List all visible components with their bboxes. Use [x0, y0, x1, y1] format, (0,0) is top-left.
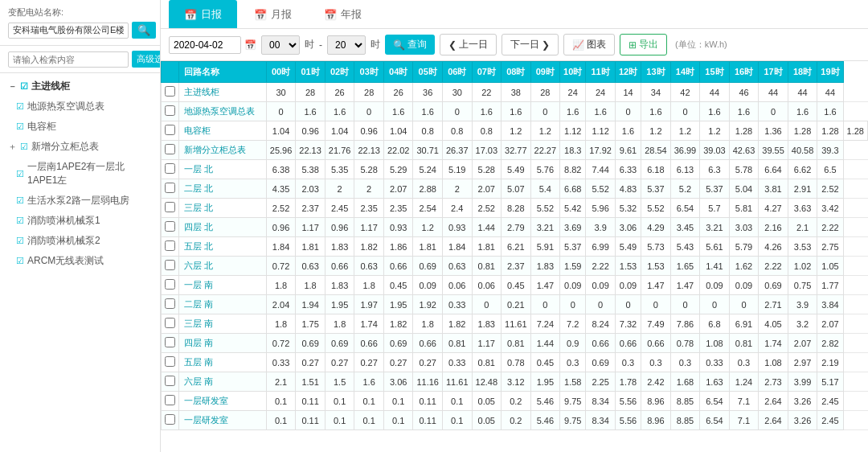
chart-button[interactable]: 📈 图表 — [563, 34, 615, 55]
cell-15-10: 1.58 — [560, 372, 586, 392]
cell-2-18: 1.28 — [788, 121, 817, 141]
cell-12-11: 8.24 — [586, 314, 616, 334]
advanced-filter-button[interactable]: 高级选择 — [132, 51, 161, 68]
row-checkbox[interactable] — [165, 240, 175, 251]
1f-ape-label: 一层南1APE2有一层北1APE1左 — [27, 160, 152, 187]
cell-9-9: 1.83 — [530, 257, 560, 276]
row-name: 五层 南 — [179, 353, 267, 372]
cell-12-0: 1.8 — [266, 314, 296, 334]
cell-0-9: 28 — [530, 83, 560, 102]
chart-icon: 📈 — [572, 39, 584, 51]
prev-day-button[interactable]: ❮ 上一日 — [440, 34, 497, 55]
header-hour-18时: 18时 — [788, 62, 817, 83]
cell-15-17: 2.73 — [759, 372, 788, 392]
header-hour-04时: 04时 — [383, 62, 413, 83]
row-checkbox[interactable] — [165, 202, 175, 212]
cell-9-0: 0.72 — [266, 257, 296, 276]
cell-5-3: 2 — [354, 179, 384, 199]
yearly-tab-label: 年报 — [341, 7, 362, 22]
cell-0-5: 36 — [413, 83, 443, 102]
cell-2-4: 1.04 — [383, 121, 413, 141]
sidebar-item-electric[interactable]: ☑ 电容柜 — [0, 117, 160, 137]
sidebar-item-main-line[interactable]: － ☑ 主进线柜 — [0, 76, 160, 97]
cell-15-1: 1.51 — [296, 372, 326, 392]
row-checkbox[interactable] — [165, 298, 175, 309]
sidebar-item-fire-pump-1[interactable]: ☑ 消防喷淋机械泵1 — [0, 211, 160, 231]
cell-17-1: 0.11 — [296, 411, 326, 430]
cell-2-12: 1.6 — [615, 121, 641, 141]
cell-9-19: 1.05 — [817, 257, 843, 276]
row-checkbox[interactable] — [165, 318, 175, 328]
row-checkbox[interactable] — [165, 356, 175, 367]
row-name: 六层 北 — [179, 257, 267, 276]
cell-3-9: 22.27 — [530, 141, 560, 160]
cell-4-8: 5.49 — [502, 160, 531, 179]
query-button[interactable]: 🔍 查询 — [385, 35, 435, 55]
new-sub-label: 新增分立柜总表 — [31, 140, 99, 154]
cell-11-19: 3.84 — [817, 295, 843, 314]
tab-monthly[interactable]: 📅 月报 — [239, 0, 307, 28]
row-checkbox[interactable] — [165, 395, 175, 405]
row-checkbox[interactable] — [165, 183, 175, 193]
row-checkbox[interactable] — [165, 337, 175, 347]
cell-13-14: 0.78 — [670, 334, 700, 353]
cell-11-3: 1.97 — [354, 295, 384, 314]
cell-3-0: 25.96 — [266, 141, 296, 160]
cell-17-4: 0.1 — [383, 411, 413, 430]
sidebar-item-1f-ape[interactable]: ☑ 一层南1APE2有一层北1APE1左 — [0, 157, 160, 191]
header-hour-09时: 09时 — [530, 62, 560, 83]
station-input[interactable] — [8, 23, 129, 39]
cell-11-13: 0 — [641, 295, 671, 314]
cell-15-16: 1.24 — [729, 372, 759, 392]
cell-16-14: 8.85 — [670, 392, 700, 411]
row-checkbox[interactable] — [165, 260, 175, 270]
calendar-icon[interactable]: 📅 — [244, 39, 256, 51]
tab-daily[interactable]: 📅 日报 — [169, 0, 237, 28]
cell-6-17: 4.27 — [759, 199, 788, 218]
row-checkbox-cell — [162, 218, 179, 237]
check-icon: ☑ — [16, 101, 24, 112]
cell-10-19: 1.77 — [817, 276, 843, 295]
row-name: 一层研发室 — [179, 411, 267, 430]
sidebar-item-new-sub[interactable]: ＋ ☑ 新增分立柜总表 — [0, 137, 160, 157]
cell-8-14: 5.43 — [670, 237, 700, 257]
row-checkbox[interactable] — [165, 86, 175, 97]
sidebar-item-ground-heat[interactable]: ☑ 地源热泵空调总表 — [0, 97, 160, 117]
row-checkbox[interactable] — [165, 279, 175, 290]
minute-select[interactable]: 2000153045 — [327, 35, 366, 55]
tab-yearly[interactable]: 📅 年报 — [309, 0, 377, 28]
row-checkbox[interactable] — [165, 221, 175, 232]
export-button[interactable]: ⊞ 导出 — [620, 34, 667, 55]
sidebar-item-arcm[interactable]: ☑ ARCM无线表测试 — [0, 251, 160, 271]
sidebar-item-water-pump[interactable]: ☑ 生活水泵2路一层弱电房 — [0, 191, 160, 211]
cell-10-7: 0.06 — [472, 276, 502, 295]
cell-12-13: 7.49 — [641, 314, 671, 334]
cell-3-4: 22.02 — [383, 141, 413, 160]
row-checkbox[interactable] — [165, 105, 175, 116]
prev-icon: ❮ — [448, 39, 457, 51]
row-checkbox[interactable] — [165, 376, 175, 386]
hour-select[interactable]: 00010206121823 — [261, 35, 300, 55]
cell-8-13: 5.73 — [641, 237, 671, 257]
cell-15-2: 1.5 — [325, 372, 354, 392]
row-checkbox[interactable] — [165, 144, 175, 154]
cell-1-11: 1.6 — [586, 102, 616, 121]
row-checkbox[interactable] — [165, 414, 175, 425]
date-input[interactable] — [169, 36, 241, 54]
row-checkbox-cell — [162, 237, 179, 257]
header-hour-07时: 07时 — [472, 62, 502, 83]
cell-16-15: 6.54 — [700, 392, 730, 411]
sidebar-item-fire-pump-2[interactable]: ☑ 消防喷淋机械泵2 — [0, 231, 160, 251]
cell-2-7: 0.8 — [472, 121, 502, 141]
row-checkbox[interactable] — [165, 163, 175, 174]
next-day-button[interactable]: 下一日 ❯ — [502, 34, 559, 55]
station-search-button[interactable]: 🔍 — [132, 22, 156, 39]
cell-6-16: 5.81 — [729, 199, 759, 218]
cell-6-4: 2.35 — [383, 199, 413, 218]
data-table-container[interactable]: 回路名称00时01时02时03时04时05时06时07时08时09时10时11时… — [161, 61, 868, 452]
cell-8-1: 1.81 — [296, 237, 326, 257]
check-icon: ☑ — [20, 142, 28, 152]
row-checkbox[interactable] — [165, 125, 175, 135]
cell-8-17: 4.26 — [759, 237, 788, 257]
filter-input[interactable] — [8, 51, 129, 68]
